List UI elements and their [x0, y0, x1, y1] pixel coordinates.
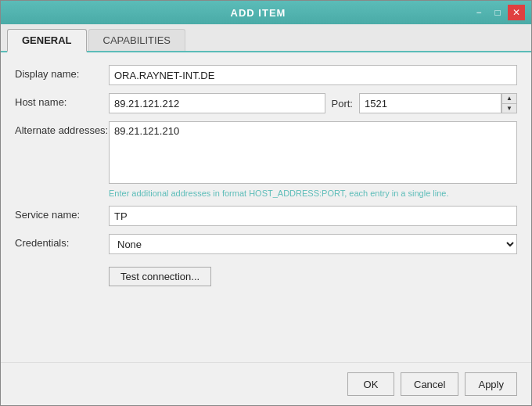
- credentials-select[interactable]: None Basic Windows: [109, 234, 517, 254]
- display-name-label: Display name:: [15, 65, 109, 80]
- host-row: Port: ▲ ▼: [109, 93, 517, 113]
- port-container: ▲ ▼: [359, 93, 517, 113]
- minimize-button[interactable]: −: [470, 5, 487, 20]
- ok-button[interactable]: OK: [347, 372, 394, 396]
- host-name-label: Host name:: [15, 93, 109, 108]
- port-spinners: ▲ ▼: [501, 93, 517, 113]
- display-name-field: [109, 65, 517, 85]
- service-name-input[interactable]: [109, 206, 517, 226]
- port-down-button[interactable]: ▼: [502, 103, 516, 113]
- service-name-field: [109, 206, 517, 226]
- service-name-label: Service name:: [15, 206, 109, 221]
- port-up-button[interactable]: ▲: [502, 94, 516, 103]
- host-name-field: Port: ▲ ▼: [109, 93, 517, 113]
- tab-bar: GENERAL CAPABILITIES: [1, 24, 531, 52]
- test-connection-row: Test connection...: [15, 262, 517, 286]
- credentials-row: Credentials: None Basic Windows: [15, 234, 517, 254]
- port-label: Port:: [332, 98, 353, 110]
- credentials-label: Credentials:: [15, 234, 109, 249]
- host-name-row: Host name: Port: ▲ ▼: [15, 93, 517, 113]
- display-name-row: Display name:: [15, 65, 517, 85]
- service-name-row: Service name:: [15, 206, 517, 226]
- apply-button[interactable]: Apply: [465, 372, 517, 396]
- alternate-addresses-input[interactable]: 89.21.121.210: [109, 121, 517, 184]
- title-bar: ADD ITEM − □ ✕: [1, 1, 531, 24]
- footer: OK Cancel Apply: [1, 362, 531, 405]
- test-connection-spacer: [15, 262, 109, 265]
- window-title: ADD ITEM: [46, 7, 470, 19]
- add-item-dialog: ADD ITEM − □ ✕ GENERAL CAPABILITIES Disp…: [0, 0, 532, 406]
- alternate-addresses-row: Alternate addresses: 89.21.121.210 Enter…: [15, 121, 517, 198]
- alternate-addresses-field: 89.21.121.210 Enter additional addresses…: [109, 121, 517, 198]
- cancel-button[interactable]: Cancel: [401, 372, 458, 396]
- tab-capabilities[interactable]: CAPABILITIES: [88, 29, 185, 51]
- port-input[interactable]: [359, 93, 501, 113]
- test-connection-field: Test connection...: [109, 262, 517, 286]
- restore-button[interactable]: □: [489, 5, 506, 20]
- test-connection-button[interactable]: Test connection...: [109, 267, 211, 286]
- close-button[interactable]: ✕: [508, 5, 525, 20]
- alternate-addresses-hint: Enter additional addresses in format HOS…: [109, 189, 517, 198]
- alternate-addresses-label: Alternate addresses:: [15, 121, 109, 136]
- tab-general[interactable]: GENERAL: [7, 29, 87, 52]
- credentials-field: None Basic Windows: [109, 234, 517, 254]
- display-name-input[interactable]: [109, 65, 517, 85]
- title-bar-controls: − □ ✕: [470, 5, 525, 20]
- form-content: Display name: Host name: Port: ▲ ▼: [1, 52, 531, 362]
- host-name-input[interactable]: [109, 93, 325, 113]
